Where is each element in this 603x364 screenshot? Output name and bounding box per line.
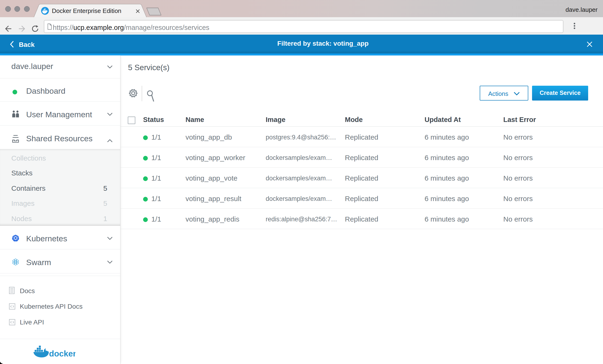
svg-text:docker: docker [49, 349, 75, 358]
